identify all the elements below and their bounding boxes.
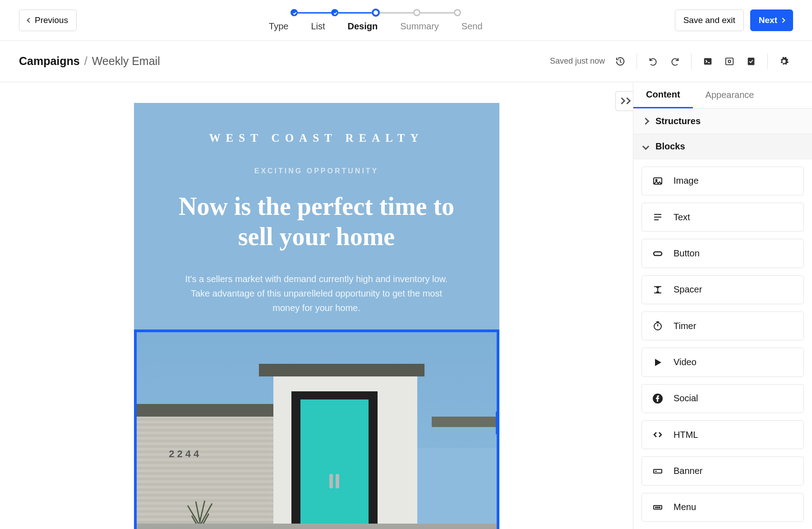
- history-button[interactable]: [611, 52, 629, 70]
- block-timer[interactable]: Timer: [641, 311, 804, 340]
- step-seg: [420, 12, 454, 14]
- blocks-label: Blocks: [655, 141, 685, 152]
- toolbar-right: Saved just now: [550, 52, 793, 70]
- house-image: 2244: [137, 332, 497, 529]
- step-node-design[interactable]: [372, 9, 380, 17]
- tab-appearance[interactable]: Appearance: [693, 82, 767, 108]
- step-seg: [380, 12, 413, 14]
- text-icon: [652, 211, 664, 223]
- separator: [691, 54, 692, 69]
- test-send-button[interactable]: [742, 52, 760, 70]
- block-label: Text: [674, 212, 690, 223]
- step-label-send[interactable]: Send: [461, 21, 483, 32]
- step-seg: [298, 12, 331, 14]
- step-label-type[interactable]: Type: [269, 21, 288, 32]
- topbar: Previous Type List Design Summary Send S…: [0, 0, 812, 41]
- block-menu[interactable]: Menu: [641, 493, 804, 522]
- chevron-right-icon: [780, 18, 785, 23]
- redo-icon: [670, 56, 680, 66]
- banner-icon: [652, 465, 664, 477]
- spacer-icon: [652, 284, 664, 296]
- block-label: Video: [674, 357, 697, 367]
- email-canvas[interactable]: WEST COAST REALTY EXCITING OPPORTUNITY N…: [134, 103, 499, 529]
- tab-content[interactable]: Content: [633, 82, 693, 108]
- svg-point-5: [728, 60, 731, 63]
- step-label-list[interactable]: List: [311, 21, 325, 32]
- email-body[interactable]: It's a sellers market with demand curren…: [181, 272, 452, 315]
- preview-button[interactable]: [720, 52, 738, 70]
- block-toolbar: [496, 412, 499, 434]
- social-icon: [652, 393, 664, 404]
- timer-icon: [652, 320, 664, 332]
- terminal-icon: [703, 56, 713, 66]
- breadcrumb-leaf[interactable]: Weekly Email: [92, 55, 160, 68]
- email-brand[interactable]: WEST COAST REALTY: [134, 103, 499, 144]
- video-icon: [652, 357, 664, 368]
- svg-point-12: [656, 179, 657, 181]
- previous-label: Previous: [35, 15, 68, 25]
- step-node-list[interactable]: [331, 9, 338, 16]
- svg-point-29: [657, 507, 658, 508]
- canvas-area: WEST COAST REALTY EXCITING OPPORTUNITY N…: [0, 82, 633, 529]
- svg-rect-2: [704, 58, 712, 65]
- save-exit-button[interactable]: Save and exit: [675, 9, 744, 31]
- redo-button[interactable]: [666, 52, 684, 70]
- accordion-structures[interactable]: Structures: [633, 109, 812, 134]
- collapse-sidebar-handle[interactable]: [615, 91, 633, 111]
- block-text[interactable]: Text: [641, 203, 804, 232]
- svg-rect-25: [654, 469, 662, 473]
- block-button[interactable]: Button: [641, 239, 804, 268]
- previous-button[interactable]: Previous: [19, 9, 77, 31]
- move-block-button[interactable]: [496, 412, 499, 434]
- block-label: Social: [674, 393, 698, 404]
- stepper: Type List Design Summary Send: [269, 9, 482, 32]
- settings-button[interactable]: [775, 52, 793, 70]
- separator: [637, 54, 637, 69]
- checklist-icon: [746, 56, 756, 66]
- accordion-blocks[interactable]: Blocks: [633, 134, 812, 159]
- block-label: Timer: [674, 321, 696, 331]
- structures-label: Structures: [655, 116, 701, 126]
- breadcrumb-root[interactable]: Campaigns: [19, 55, 80, 68]
- svg-point-28: [655, 507, 656, 508]
- house-number: 2244: [169, 448, 202, 460]
- image-icon: [652, 175, 664, 187]
- svg-rect-4: [726, 58, 734, 65]
- step-label-design[interactable]: Design: [348, 21, 378, 32]
- next-button[interactable]: Next: [750, 9, 793, 31]
- block-label: Spacer: [674, 284, 702, 295]
- breadcrumb: Campaigns / Weekly Email: [19, 55, 160, 68]
- sidebar: Content Appearance Structures Blocks Ima…: [633, 82, 812, 529]
- gear-icon: [779, 56, 789, 66]
- block-video[interactable]: Video: [641, 348, 804, 376]
- svg-rect-6: [748, 57, 755, 65]
- history-icon: [615, 56, 625, 66]
- undo-icon: [648, 56, 658, 66]
- preview-icon: [724, 56, 734, 66]
- block-spacer[interactable]: Spacer: [641, 275, 804, 304]
- block-html[interactable]: HTML: [641, 420, 804, 449]
- saved-status: Saved just now: [550, 56, 605, 66]
- html-icon: [652, 429, 664, 441]
- undo-button[interactable]: [644, 52, 662, 70]
- block-social[interactable]: Social: [641, 384, 804, 413]
- breadcrumb-sep: /: [84, 55, 88, 68]
- step-node-type[interactable]: [291, 9, 298, 16]
- chevron-down-icon: [642, 143, 650, 150]
- email-tagline[interactable]: EXCITING OPPORTUNITY: [134, 167, 499, 175]
- secondbar: Campaigns / Weekly Email Saved just now: [0, 41, 812, 82]
- step-seg: [338, 12, 372, 14]
- svg-line-1: [620, 61, 622, 62]
- block-banner[interactable]: Banner: [641, 456, 804, 485]
- selected-image-block[interactable]: 2244: [134, 329, 499, 529]
- chevron-left-icon: [27, 18, 32, 23]
- step-node-send[interactable]: [454, 9, 461, 16]
- block-label: HTML: [674, 430, 698, 440]
- step-node-summary[interactable]: [413, 9, 420, 16]
- block-image[interactable]: Image: [641, 167, 804, 195]
- email-headline[interactable]: Now is the perfect time to sell your hom…: [163, 191, 470, 252]
- block-label: Banner: [674, 466, 703, 476]
- block-label: Menu: [674, 502, 696, 512]
- code-view-button[interactable]: [699, 52, 717, 70]
- step-label-summary[interactable]: Summary: [400, 21, 439, 32]
